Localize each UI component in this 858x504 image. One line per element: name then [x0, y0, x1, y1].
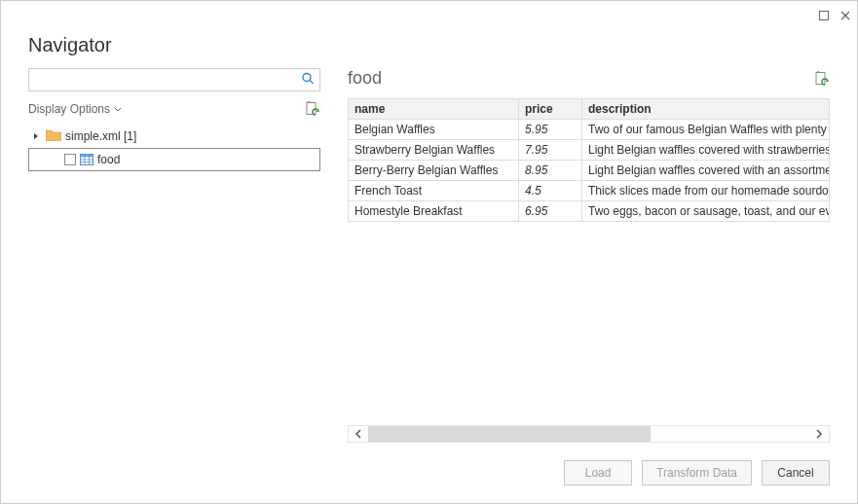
cell-price: 6.95	[519, 201, 582, 222]
tree-item-checkbox[interactable]	[64, 154, 76, 165]
scroll-left-icon[interactable]	[349, 426, 368, 442]
table-row[interactable]: Homestyle Breakfast 6.95 Two eggs, bacon…	[349, 201, 830, 222]
display-options-label: Display Options	[28, 102, 110, 116]
refresh-icon[interactable]	[305, 101, 320, 117]
svg-rect-5	[81, 155, 93, 158]
maximize-icon[interactable]	[818, 10, 830, 21]
svg-rect-0	[820, 12, 829, 20]
cell-price: 4.5	[519, 181, 582, 201]
scrollbar-thumb[interactable]	[368, 426, 651, 442]
cell-name: Belgian Waffles	[349, 120, 519, 140]
cell-description: Two of our famous Belgian Waffles with p…	[582, 120, 830, 140]
cell-description: Two eggs, bacon or sausage, toast, and o…	[582, 201, 830, 222]
footer-buttons: Load Transform Data Cancel	[1, 443, 857, 503]
scrollbar-track[interactable]	[368, 426, 809, 442]
preview-pane: food name pr	[348, 68, 830, 443]
cell-name: Homestyle Breakfast	[349, 201, 519, 222]
transform-data-button[interactable]: Transform Data	[642, 460, 752, 486]
preview-refresh-icon[interactable]	[814, 71, 830, 87]
tree-root-label: simple.xml [1]	[65, 129, 136, 143]
search-input[interactable]	[28, 68, 320, 91]
svg-point-1	[303, 74, 311, 82]
tree-item-label: food	[97, 153, 120, 166]
scroll-right-icon[interactable]	[809, 426, 829, 442]
svg-line-2	[310, 81, 314, 85]
cell-name: French Toast	[349, 181, 519, 201]
cancel-button[interactable]: Cancel	[762, 460, 830, 486]
tree-item-food[interactable]: food	[28, 148, 320, 171]
close-icon[interactable]	[839, 10, 851, 21]
preview-title: food	[348, 68, 382, 89]
titlebar	[1, 1, 857, 30]
navigator-tree-pane: Display Options	[28, 68, 320, 443]
table-row[interactable]: Strawberry Belgian Waffles 7.95 Light Be…	[349, 140, 830, 161]
table-header-row: name price description	[349, 99, 830, 120]
preview-table: name price description Belgian Waffles 5…	[348, 98, 830, 222]
column-header-name[interactable]: name	[349, 99, 519, 120]
column-header-description[interactable]: description	[582, 99, 830, 120]
cell-price: 5.95	[519, 120, 582, 140]
load-button[interactable]: Load	[564, 460, 632, 486]
cell-price: 8.95	[519, 161, 582, 181]
cell-name: Berry-Berry Belgian Waffles	[349, 161, 519, 181]
table-row[interactable]: Berry-Berry Belgian Waffles 8.95 Light B…	[349, 161, 830, 181]
navigator-tree: simple.xml [1] food	[28, 125, 320, 171]
table-row[interactable]: Belgian Waffles 5.95 Two of our famous B…	[349, 120, 830, 140]
horizontal-scrollbar[interactable]	[348, 425, 830, 443]
tree-root-item[interactable]: simple.xml [1]	[28, 125, 320, 148]
cell-description: Light Belgian waffles covered with straw…	[582, 140, 830, 161]
column-header-price[interactable]: price	[519, 99, 582, 120]
display-options-dropdown[interactable]: Display Options	[28, 102, 122, 116]
page-title: Navigator	[1, 30, 857, 68]
chevron-down-icon	[114, 102, 122, 116]
table-icon	[80, 154, 93, 165]
collapse-icon[interactable]	[32, 132, 42, 140]
cell-price: 7.95	[519, 140, 582, 161]
cell-description: Thick slices made from our homemade sour…	[582, 181, 830, 201]
search-icon[interactable]	[301, 72, 315, 89]
folder-icon	[46, 129, 61, 144]
table-row[interactable]: French Toast 4.5 Thick slices made from …	[349, 181, 830, 201]
cell-description: Light Belgian waffles covered with an as…	[582, 161, 830, 181]
cell-name: Strawberry Belgian Waffles	[349, 140, 519, 161]
